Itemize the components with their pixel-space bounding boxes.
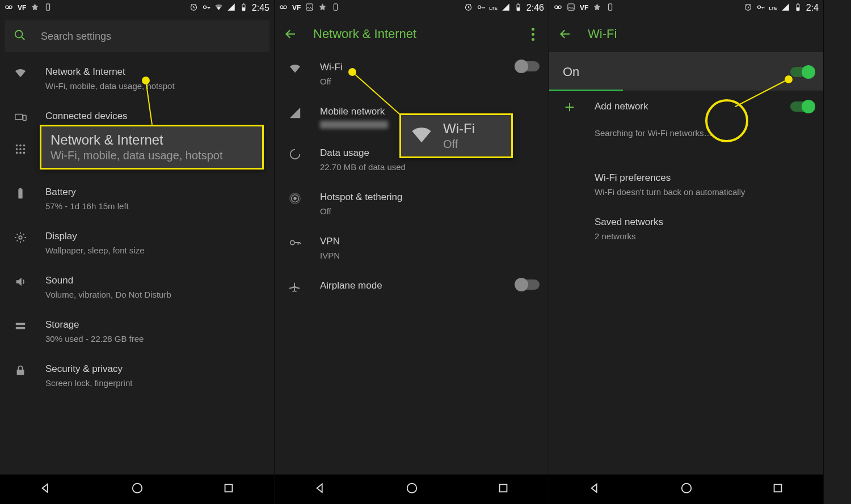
annotation-dot [142, 77, 150, 84]
row-sub: Volume, vibration, Do Not Disturb [45, 289, 265, 300]
row-title: Storage [45, 319, 265, 332]
row-title: Airplane mode [320, 279, 500, 293]
svg-rect-48 [499, 485, 507, 492]
battery-icon [9, 186, 32, 200]
row-sound[interactable]: SoundVolume, vibration, Do Not Disturb [0, 265, 274, 310]
row-sub: Off [320, 205, 540, 217]
annotation-circle [705, 99, 748, 142]
wifi-fan-icon [410, 124, 433, 149]
svg-point-47 [407, 484, 416, 493]
nav-bar [0, 475, 274, 504]
svg-point-45 [290, 240, 294, 244]
airplane-toggle[interactable] [516, 279, 540, 290]
callout-network: Network & Internet Wi-Fi, mobile, data u… [40, 125, 264, 170]
row-title: VPN [320, 235, 540, 248]
svg-line-28 [146, 81, 152, 125]
row-sub: 2 networks [595, 230, 814, 242]
row-sub: 57% - 1d 16h 15m left [45, 200, 265, 212]
phone-wifi: VF LTE 2:4 Wi-Fi On Add network Searchi [549, 0, 824, 504]
status-time: 2:4 [806, 3, 819, 13]
storage-icon [9, 319, 32, 332]
row-storage[interactable]: Storage30% used - 22.28 GB free [0, 310, 274, 354]
row-airplane[interactable]: Airplane mode [275, 270, 549, 302]
callout-sub: Off [443, 138, 475, 151]
svg-line-46 [352, 72, 405, 119]
row-vpn[interactable]: VPNIVPN [275, 226, 549, 270]
row-battery[interactable]: Battery57% - 1d 16h 15m left [0, 177, 274, 221]
nav-recent[interactable] [497, 482, 509, 497]
svg-point-24 [19, 236, 22, 239]
svg-point-42 [293, 197, 297, 200]
nav-home[interactable] [680, 482, 693, 497]
nav-bar [549, 475, 823, 504]
row-title: Security & privacy [45, 363, 265, 376]
row-sub: Wallpaper, sleep, font size [45, 244, 265, 256]
nav-home[interactable] [406, 482, 418, 497]
row-sub: Wi-Fi doesn't turn back on automatically [595, 186, 814, 198]
nav-back[interactable] [314, 482, 327, 497]
row-title: Saved networks [595, 216, 814, 229]
svg-rect-22 [18, 189, 22, 199]
hotspot-icon [284, 191, 306, 205]
nav-bar [275, 475, 549, 504]
row-display[interactable]: DisplayWallpaper, sleep, font size [0, 221, 274, 265]
volume-icon [9, 274, 32, 288]
callout-sub: Wi-Fi, mobile, data usage, hotspot [50, 149, 253, 162]
row-sub: 30% used - 22.28 GB free [45, 333, 265, 345]
gear-icon [9, 230, 32, 244]
svg-line-59 [735, 79, 788, 107]
row-sub: Screen lock, fingerprint [45, 377, 265, 389]
callout-title: Wi-Fi [443, 121, 475, 137]
row-title: Sound [45, 274, 265, 287]
row-title: Hotspot & tethering [320, 191, 540, 204]
callout-title: Network & Internet [50, 132, 253, 148]
annotation-dot [348, 68, 356, 76]
row-title: Battery [45, 186, 265, 199]
row-wifi-prefs[interactable]: Wi-Fi preferencesWi-Fi doesn't turn back… [549, 163, 823, 207]
row-security[interactable]: Security & privacyScreen lock, fingerpri… [0, 354, 274, 398]
callout-wifi: Wi-Fi Off [399, 113, 513, 158]
svg-rect-26 [16, 327, 26, 329]
svg-rect-23 [19, 188, 22, 189]
svg-rect-61 [774, 485, 781, 492]
svg-rect-25 [16, 323, 26, 325]
row-title: Wi-Fi preferences [595, 172, 814, 185]
svg-point-60 [681, 484, 691, 493]
airplane-icon [284, 279, 306, 293]
row-saved-networks[interactable]: Saved networks2 networks [549, 207, 823, 251]
svg-rect-27 [17, 370, 24, 375]
phone-network: VF LTE 2:46 Network & Internet Wi-FiOff … [275, 0, 549, 504]
row-hotspot[interactable]: Hotspot & tetheringOff [275, 182, 549, 226]
nav-back[interactable] [40, 482, 52, 497]
annotation-dot [785, 75, 793, 83]
row-title: Display [45, 230, 265, 243]
phone-settings: VF 2:45 Network & InternetWi-Fi, mobile,… [0, 0, 275, 504]
row-sub: IVPN [320, 249, 540, 261]
nav-home[interactable] [131, 482, 144, 497]
nav-recent[interactable] [772, 482, 784, 497]
nav-recent[interactable] [222, 482, 235, 497]
wifi-body: Add network Searching for Wi-Fi networks… [549, 91, 823, 504]
nav-back[interactable] [589, 482, 601, 497]
svg-point-29 [132, 484, 142, 493]
lock-icon [9, 363, 32, 376]
key-icon [284, 235, 306, 249]
svg-rect-30 [225, 485, 232, 492]
